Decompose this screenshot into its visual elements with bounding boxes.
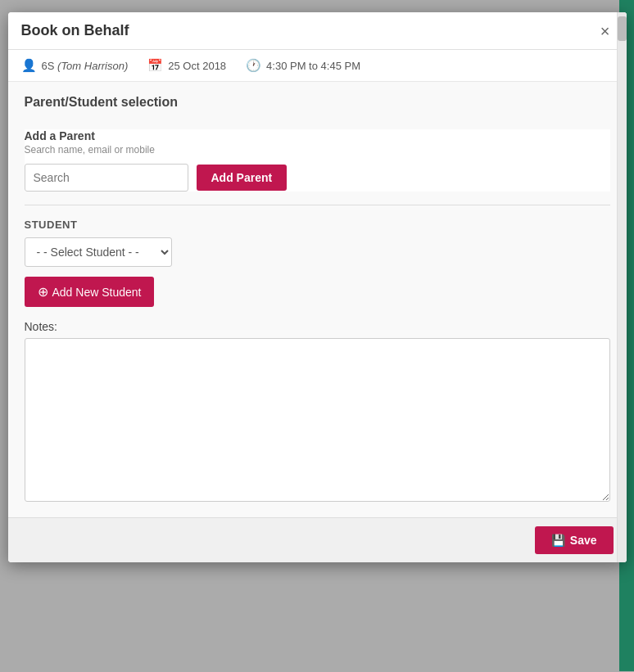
add-parent-sublabel: Search name, email or mobile — [25, 144, 610, 156]
student-select[interactable]: - - Select Student - - — [25, 237, 172, 267]
divider — [25, 205, 610, 205]
time-text: 4:30 PM to 4:45 PM — [266, 60, 360, 72]
class-text: 6S (Tom Harrison) — [42, 60, 129, 72]
modal-body: Parent/Student selection Add a Parent Se… — [8, 82, 627, 517]
student-section-label: STUDENT — [25, 219, 610, 231]
add-student-label: Add New Student — [52, 286, 142, 299]
modal-info-bar: 👤 6S (Tom Harrison) 📅 25 Oct 2018 🕐 4:30… — [8, 50, 627, 82]
date-info: 📅 25 Oct 2018 — [147, 58, 226, 73]
add-new-student-button[interactable]: ⊕ Add New Student — [25, 277, 155, 307]
clock-icon: 🕐 — [246, 58, 261, 73]
student-section: STUDENT - - Select Student - - ⊕ Add New… — [25, 219, 610, 307]
scrollbar-thumb[interactable] — [618, 16, 627, 41]
modal-header: Book on Behalf × — [8, 12, 627, 50]
modal-footer: 💾 Save — [8, 517, 627, 562]
add-parent-button[interactable]: Add Parent — [197, 165, 288, 191]
class-info: 👤 6S (Tom Harrison) — [21, 58, 129, 73]
modal-scrollbar[interactable] — [617, 12, 627, 562]
plus-circle-icon: ⊕ — [38, 284, 48, 300]
save-button[interactable]: 💾 Save — [535, 526, 614, 554]
modal-overlay: Book on Behalf × 👤 6S (Tom Harrison) 📅 2… — [0, 0, 634, 672]
close-button[interactable]: × — [597, 23, 614, 39]
modal-title: Book on Behalf — [21, 22, 129, 39]
calendar-icon: 📅 — [147, 58, 163, 73]
add-parent-section: Add a Parent Search name, email or mobil… — [25, 129, 610, 192]
save-label: Save — [570, 534, 597, 547]
book-on-behalf-modal: Book on Behalf × 👤 6S (Tom Harrison) 📅 2… — [8, 12, 627, 562]
add-parent-label: Add a Parent — [25, 129, 610, 142]
date-text: 25 Oct 2018 — [168, 60, 226, 72]
person-icon: 👤 — [21, 58, 37, 73]
search-row: Add Parent — [25, 164, 610, 192]
notes-section: Notes: — [25, 320, 610, 504]
notes-label: Notes: — [25, 320, 610, 333]
floppy-disk-icon: 💾 — [551, 534, 565, 547]
search-input[interactable] — [25, 164, 188, 192]
notes-textarea[interactable] — [25, 338, 610, 502]
section-title: Parent/Student selection — [25, 95, 610, 116]
teacher-name: (Tom Harrison) — [57, 60, 128, 72]
time-info: 🕐 4:30 PM to 4:45 PM — [246, 58, 360, 73]
